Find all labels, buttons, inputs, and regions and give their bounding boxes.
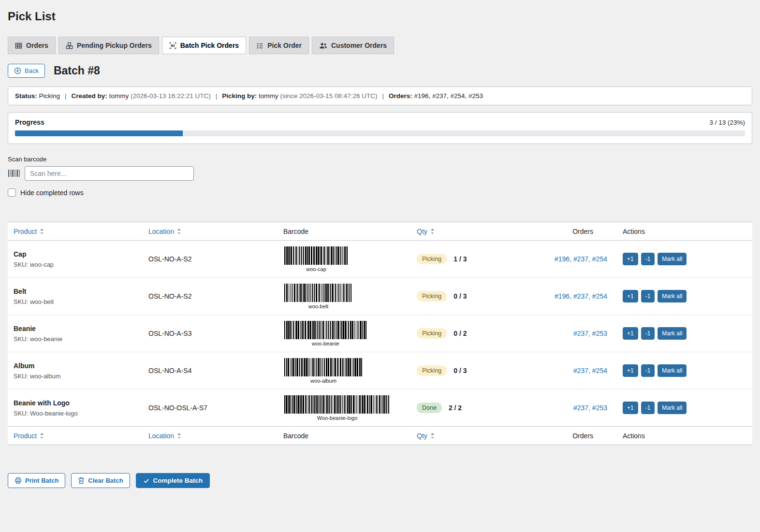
- order-links: #237, #254: [512, 367, 615, 374]
- location-cell: OSL-NO-OSL-A-S7: [148, 404, 283, 412]
- batch-title: Batch #8: [54, 64, 100, 77]
- product-sku: SKU: woo-album: [14, 373, 148, 380]
- barcode-image: Woo-beanie-logo: [283, 394, 391, 421]
- product-name: Belt: [14, 288, 148, 295]
- mark-all-button[interactable]: Mark all: [658, 402, 687, 414]
- qty-cell: Picking 1 / 3: [417, 254, 512, 264]
- barcode-label: woo-beanie: [284, 341, 367, 346]
- people-icon: [319, 42, 327, 49]
- status-badge: Picking: [417, 254, 447, 264]
- sort-qty[interactable]: Qty: [417, 228, 512, 235]
- order-link[interactable]: #254: [592, 367, 607, 374]
- decrement-button[interactable]: -1: [641, 290, 655, 302]
- arrow-left-circle-icon: [14, 67, 21, 74]
- table-body: Cap SKU: woo-cap OSL-NO-A-S2 woo-cap Pic…: [8, 241, 752, 426]
- hide-completed-label: Hide completed rows: [20, 189, 84, 197]
- sort-product[interactable]: Product: [14, 432, 148, 440]
- qty-cell: Done 2 / 2: [417, 403, 512, 413]
- back-label: Back: [25, 67, 39, 74]
- qty-count: 0 / 3: [453, 292, 467, 300]
- mark-all-button[interactable]: Mark all: [658, 253, 687, 265]
- sort-product[interactable]: Product: [14, 228, 148, 235]
- clear-batch-button[interactable]: Clear Batch: [71, 473, 130, 488]
- increment-button[interactable]: +1: [623, 364, 638, 377]
- order-link[interactable]: #237: [573, 367, 588, 374]
- picking-by-field: Picking by: tommy (since 2026-03-15 08:4…: [222, 92, 377, 100]
- complete-batch-button[interactable]: Complete Batch: [136, 473, 210, 488]
- order-link[interactable]: #254: [592, 255, 607, 263]
- increment-button[interactable]: +1: [623, 253, 638, 265]
- order-link[interactable]: #196: [555, 292, 570, 300]
- table-row: Beanie with Logo SKU: Woo-beanie-logo OS…: [8, 389, 752, 426]
- actions-cell: +1 -1 Mark all: [615, 402, 746, 414]
- order-link[interactable]: #237: [573, 404, 588, 412]
- barcode-scan-icon: [169, 42, 176, 49]
- picking-by-user: tommy: [259, 92, 278, 100]
- order-links: #196, #237, #254: [512, 292, 615, 300]
- sort-icon: [40, 228, 44, 235]
- created-by-user: tommy: [109, 92, 129, 100]
- pick-table: Product Location Barcode Qty Orders Acti…: [8, 222, 752, 445]
- bottom-actions: Print Batch Clear Batch Complete Batch: [8, 473, 752, 488]
- orders-field: Orders: #196, #237, #254, #253: [389, 92, 483, 100]
- qty-cell: Picking 0 / 2: [417, 328, 512, 339]
- table-icon: [15, 42, 22, 49]
- product-cell: Belt SKU: woo-belt: [14, 288, 148, 305]
- table-row: Beanie SKU: woo-beanie OSL-NO-A-S3 woo-b…: [8, 315, 752, 352]
- hide-completed-row: Hide completed rows: [8, 188, 752, 197]
- decrement-button[interactable]: -1: [641, 402, 655, 414]
- sort-qty[interactable]: Qty: [417, 432, 512, 440]
- progress-section: Progress 3 / 13 (23%): [8, 112, 752, 144]
- scan-input[interactable]: [25, 166, 194, 181]
- mark-all-button[interactable]: Mark all: [658, 327, 687, 340]
- tab-pending-pickup-orders[interactable]: Pending Pickup Orders: [58, 37, 159, 54]
- barcode-image: woo-cap: [283, 245, 349, 272]
- order-link[interactable]: #253: [592, 404, 607, 412]
- tab-pick-order[interactable]: Pick Order: [249, 37, 309, 54]
- decrement-button[interactable]: -1: [641, 327, 655, 340]
- product-name: Beanie: [14, 325, 148, 332]
- increment-button[interactable]: +1: [623, 290, 638, 302]
- sort-icon: [430, 432, 435, 439]
- decrement-button[interactable]: -1: [641, 253, 655, 265]
- back-button[interactable]: Back: [8, 64, 45, 78]
- product-sku: SKU: woo-beanie: [14, 335, 148, 343]
- increment-button[interactable]: +1: [623, 402, 638, 414]
- qty-cell: Picking 0 / 3: [417, 291, 512, 302]
- mark-all-button[interactable]: Mark all: [658, 290, 687, 302]
- decrement-button[interactable]: -1: [641, 364, 655, 377]
- barcode-cell: woo-cap: [283, 245, 417, 273]
- order-link[interactable]: #253: [592, 330, 607, 337]
- barcode-icon: [8, 168, 20, 179]
- table-header-row: Product Location Barcode Qty Orders Acti…: [8, 222, 752, 241]
- actions-cell: +1 -1 Mark all: [615, 290, 746, 302]
- tab-batch-pick-orders[interactable]: Batch Pick Orders: [162, 37, 246, 54]
- order-link[interactable]: #237: [573, 330, 588, 337]
- qty-count: 2 / 2: [449, 404, 462, 412]
- status-label: Status:: [15, 92, 37, 100]
- order-link[interactable]: #196: [555, 255, 570, 263]
- sort-location[interactable]: Location: [148, 228, 283, 235]
- tab-orders[interactable]: Orders: [8, 37, 56, 54]
- product-sku: SKU: Woo-beanie-logo: [14, 410, 148, 417]
- progress-fill: [15, 130, 183, 136]
- order-link[interactable]: #254: [592, 292, 607, 300]
- hide-completed-checkbox[interactable]: [8, 188, 16, 197]
- barcode-label: woo-album: [284, 378, 363, 384]
- print-batch-button[interactable]: Print Batch: [8, 473, 65, 488]
- barcode-label: woo-cap: [284, 266, 348, 272]
- barcode-image: woo-beanie: [283, 320, 368, 346]
- tab-customer-orders[interactable]: Customer Orders: [312, 37, 394, 54]
- barcode-image: woo-belt: [283, 283, 353, 309]
- mark-all-button[interactable]: Mark all: [658, 364, 687, 377]
- order-link[interactable]: #237: [573, 292, 588, 300]
- product-cell: Beanie with Logo SKU: Woo-beanie-logo: [14, 399, 148, 417]
- order-links: #196, #237, #254: [512, 255, 615, 263]
- order-link[interactable]: #237: [573, 255, 588, 263]
- location-cell: OSL-NO-A-S2: [148, 292, 283, 300]
- table-footer-row: Product Location Barcode Qty Orders Acti…: [8, 426, 752, 445]
- header-orders: Orders: [512, 432, 615, 440]
- sort-location[interactable]: Location: [148, 432, 283, 440]
- increment-button[interactable]: +1: [623, 327, 638, 340]
- product-cell: Album SKU: woo-album: [14, 362, 148, 380]
